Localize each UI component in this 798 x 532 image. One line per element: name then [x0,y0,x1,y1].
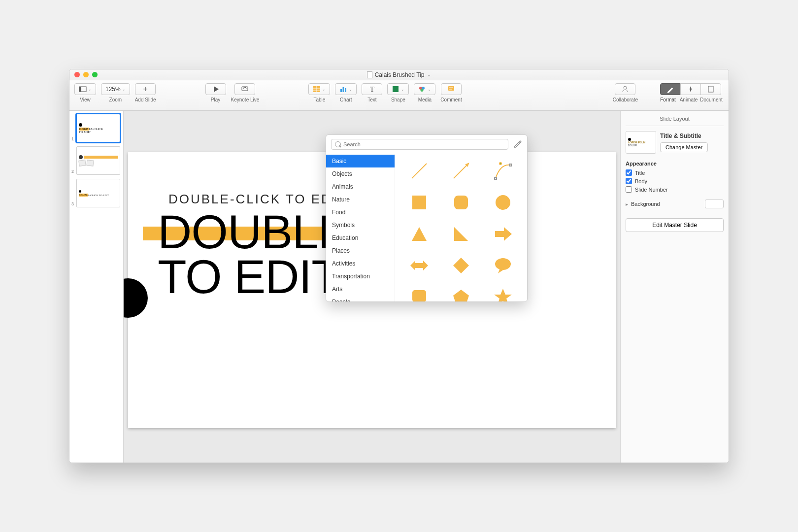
shape-callout[interactable] [401,286,438,301]
title-checkbox-row[interactable]: Title [626,169,724,176]
category-arts[interactable]: Arts [326,283,395,296]
table-button[interactable]: ⌄ [308,83,330,95]
maximize-icon[interactable] [92,72,98,77]
svg-marker-31 [495,227,512,241]
text-button[interactable]: T [362,83,382,95]
layout-thumbnail: LOREM IPSUMDOLOR [626,131,656,154]
zoom-label: Zoom [109,97,122,102]
category-people[interactable]: People [326,296,395,301]
background-swatch[interactable] [705,200,724,208]
body-checkbox-row[interactable]: Body [626,178,724,184]
shape-arrow-right[interactable] [484,223,521,245]
category-activities[interactable]: Activities [326,257,395,270]
document-title[interactable]: Calais Brushed Tip [367,71,432,78]
shape-speech-bubble[interactable] [484,254,521,277]
category-objects[interactable]: Objects [326,167,395,180]
svg-rect-26 [412,196,426,209]
change-master-button[interactable]: Change Master [660,142,708,152]
keynote-live-button[interactable] [234,83,255,95]
add-slide-label: Add Slide [135,97,156,102]
appearance-label: Appearance [626,161,724,166]
shape-line[interactable] [401,160,438,182]
background-disclosure[interactable]: Background [626,200,724,208]
edit-master-button[interactable]: Edit Master Slide [626,218,724,232]
svg-point-18 [624,86,627,89]
shapes-search-input[interactable] [331,139,508,150]
category-animals[interactable]: Animals [326,180,395,193]
svg-rect-8 [340,89,342,92]
category-transportation[interactable]: Transportation [326,270,395,283]
view-label: View [80,97,91,102]
media-button[interactable]: ⌄ [414,83,435,95]
workspace: 1 DOUBLE-CLICKTO EDIT 2 [69,111,729,463]
play-button[interactable] [205,83,226,95]
category-symbols[interactable]: Symbols [326,219,395,232]
shape-right-triangle[interactable] [443,223,480,245]
layout-name: Title & Subtitle [660,133,708,139]
zoom-button[interactable]: 125%⌄ [101,83,130,95]
slide-thumbnail-1[interactable]: 1 DOUBLE-CLICKTO EDIT [72,114,120,142]
text-label: Text [367,97,376,102]
svg-rect-15 [448,86,454,91]
pencil-icon[interactable] [513,139,522,150]
svg-point-34 [495,258,511,270]
shape-diamond[interactable] [443,254,480,277]
add-slide-button[interactable]: + [135,83,156,95]
svg-rect-10 [345,88,346,92]
svg-rect-36 [412,290,426,301]
slide-navigator[interactable]: 1 DOUBLE-CLICKTO EDIT 2 [69,111,124,463]
category-basic[interactable]: Basic [326,155,395,167]
collaborate-button[interactable] [615,83,635,95]
shapes-search [331,139,508,150]
slide-thumbnail-3[interactable]: 3 DOUBLE-CLICK TO EDIT [72,179,120,207]
minimize-icon[interactable] [83,72,89,77]
category-nature[interactable]: Nature [326,193,395,206]
shape-arrow-double[interactable] [401,254,438,277]
shape-rounded-square[interactable] [443,191,480,214]
shape-square[interactable] [401,191,438,214]
svg-rect-27 [454,196,468,209]
close-icon[interactable] [74,72,80,77]
slidenum-checkbox-row[interactable]: Slide Number [626,186,724,193]
svg-marker-38 [453,290,469,301]
format-button[interactable] [660,83,681,95]
slide-thumbnail-2[interactable]: 2 [72,146,120,175]
slidenum-checkbox[interactable] [626,186,632,193]
table-label: Table [313,97,325,102]
svg-marker-32 [410,261,428,270]
document-button[interactable] [700,83,721,95]
shape-label: Shape [391,97,405,102]
toolbar: ⌄ View 125%⌄ Zoom + Add Slide Play Keyno… [69,80,729,111]
chart-button[interactable]: ⌄ [335,83,357,95]
shape-categories[interactable]: Basic Objects Animals Nature Food Symbol… [326,154,395,301]
titlebar: Calais Brushed Tip [69,69,729,80]
shape-button[interactable]: ⌄ [387,83,409,95]
shape-pentagon[interactable] [443,286,480,301]
body-checkbox[interactable] [626,178,632,184]
category-education[interactable]: Education [326,232,395,244]
category-food[interactable]: Food [326,206,395,219]
title-checkbox[interactable] [626,169,632,176]
shape-triangle[interactable] [401,223,438,245]
svg-line-21 [454,165,467,178]
shape-grid[interactable] [395,154,527,301]
canvas-area[interactable]: DOUBLE-CLICK TO EDIT DOUBLE-CLICK TO EDI… [124,111,620,463]
shape-star[interactable] [484,286,521,301]
comment-label: Comment [440,97,462,102]
shape-circle[interactable] [484,191,521,214]
view-button[interactable]: ⌄ [74,83,96,95]
svg-rect-9 [343,87,344,92]
decorative-circle[interactable] [124,278,148,318]
comment-button[interactable] [441,83,462,95]
category-places[interactable]: Places [326,244,395,257]
keynote-live-label: Keynote Live [231,97,260,102]
svg-marker-29 [412,227,427,241]
animate-button[interactable] [680,83,701,95]
play-label: Play [211,97,220,102]
inspector-header: Slide Layout [626,115,724,126]
shape-curve[interactable] [484,160,521,182]
shape-arrow-line[interactable] [443,160,480,182]
svg-point-23 [499,163,501,165]
svg-marker-39 [494,289,512,301]
animate-label: Animate [678,97,699,102]
